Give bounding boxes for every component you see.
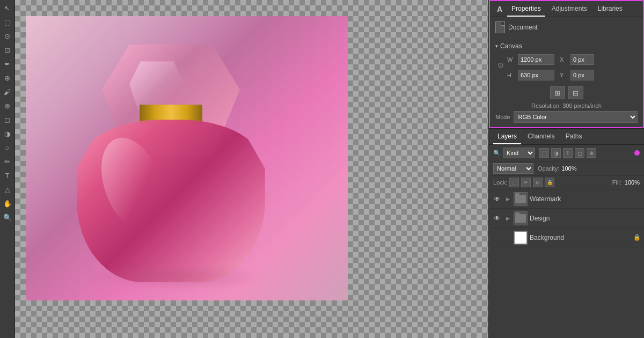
filter-icons: ⬚ ◑ T ◻ ⊛ — [539, 148, 596, 158]
tool-crop[interactable]: ⊡ — [2, 44, 13, 56]
tab-paths[interactable]: Paths — [561, 129, 587, 144]
filter-pixel-icon[interactable]: ⬚ — [539, 148, 549, 158]
filter-smart-icon[interactable]: ⊛ — [587, 148, 596, 158]
tab-adjustments[interactable]: Adjustments — [547, 2, 591, 17]
bottle-body — [77, 120, 265, 282]
resolution-label: Resolution: 300 pixels/inch — [531, 102, 602, 109]
y-label: Y — [560, 72, 568, 78]
tab-libraries[interactable]: Libraries — [594, 2, 627, 17]
mode-label: Mode — [495, 114, 510, 120]
layers-tabs: Layers Channels Paths — [489, 129, 644, 145]
fill-label: Fill: — [612, 179, 621, 186]
tool-eyedropper[interactable]: ✒ — [2, 58, 13, 70]
filter-type-icon[interactable]: T — [563, 148, 573, 158]
width-input[interactable] — [518, 54, 554, 65]
tool-zoom[interactable]: 🔍 — [2, 211, 13, 223]
filter-shape-icon[interactable]: ◻ — [575, 148, 584, 158]
layer-expand-watermark[interactable]: ▶ — [504, 195, 511, 203]
tool-hand[interactable]: ✋ — [2, 197, 13, 209]
tool-select[interactable]: ⬚ — [2, 16, 13, 28]
x-input[interactable] — [570, 54, 594, 65]
layer-name-background: Background — [530, 234, 631, 241]
folder-icon-design — [515, 214, 526, 223]
dimension-group: W X H Y — [507, 54, 638, 83]
tool-brush[interactable]: 🖌 — [2, 86, 13, 98]
character-icon: A — [494, 3, 505, 16]
tab-channels[interactable]: Channels — [523, 129, 559, 144]
layer-expand-design[interactable]: ▶ — [504, 215, 511, 222]
layer-thumb-background — [514, 231, 528, 245]
lock-artboards-button[interactable]: ⊡ — [533, 178, 543, 187]
document-frame — [26, 16, 348, 300]
width-row: W X — [507, 54, 638, 65]
lock-icons: ⬚ ✏ ⊡ 🔒 — [509, 178, 554, 187]
mode-select[interactable]: RGB Color CMYK Color Lab Color Grayscale — [514, 111, 638, 123]
opacity-value: 100% — [561, 165, 576, 172]
tool-heal[interactable]: ⊕ — [2, 72, 13, 84]
tool-eraser[interactable]: ◻ — [2, 114, 13, 126]
layers-options-row: Normal Opacity: 100% — [489, 161, 644, 176]
height-label: H — [507, 72, 516, 78]
lock-label: Lock: — [493, 179, 507, 186]
resolution-row: Resolution: 300 pixels/inch — [495, 102, 638, 109]
x-label: X — [560, 56, 568, 63]
filter-search-icon: 🔍 — [493, 149, 501, 157]
layer-expand-background — [504, 234, 511, 241]
layers-list: 👁 ▶ Watermark 👁 ▶ Design 👁 — [489, 189, 644, 338]
mode-row: Mode RGB Color CMYK Color Lab Color Gray… — [495, 111, 638, 123]
height-input[interactable] — [518, 70, 554, 80]
tool-lasso[interactable]: ⊙ — [2, 30, 13, 42]
fill-value: 100% — [625, 179, 640, 186]
properties-panel: A Properties Adjustments Libraries Docum… — [489, 0, 644, 128]
tool-dodge[interactable]: ○ — [2, 142, 13, 153]
icon-buttons-row: ⊞ ⊟ — [495, 86, 638, 99]
link-proportions-icon[interactable]: ⊙ — [495, 54, 506, 76]
layer-name-watermark: Watermark — [530, 195, 641, 203]
layer-item-background[interactable]: 👁 Background 🔒 — [489, 228, 644, 247]
perfume-bottle — [52, 45, 303, 295]
document-icon — [495, 21, 505, 33]
layer-visibility-watermark[interactable]: 👁 — [492, 194, 502, 204]
lock-all-button[interactable]: 🔒 — [545, 178, 554, 187]
canvas-collapse-arrow[interactable]: ▾ — [495, 43, 498, 49]
layer-thumb-design — [514, 211, 528, 225]
layers-panel: Layers Channels Paths 🔍 Kind ⬚ ◑ T ◻ ⊛ N… — [489, 128, 644, 338]
lock-pixels-button[interactable]: ⬚ — [509, 178, 519, 187]
tool-gradient[interactable]: ◑ — [2, 128, 13, 139]
white-thumb-background — [514, 231, 527, 244]
layer-visibility-design[interactable]: 👁 — [492, 214, 502, 223]
filter-kind-select[interactable]: Kind — [503, 148, 535, 158]
left-toolbar: ↖ ⬚ ⊙ ⊡ ✒ ⊕ 🖌 ⊛ ◻ ◑ ○ ✏ T △ ✋ 🔍 — [0, 0, 15, 338]
layer-item-watermark[interactable]: 👁 ▶ Watermark — [489, 189, 644, 209]
canvas-section-header: ▾ Canvas — [495, 42, 638, 50]
tab-layers[interactable]: Layers — [493, 129, 521, 144]
layer-thumb-watermark — [514, 192, 528, 206]
tool-shape[interactable]: △ — [2, 183, 13, 195]
filter-adjustment-icon[interactable]: ◑ — [551, 148, 561, 158]
document-row: Document — [495, 21, 638, 38]
tab-properties[interactable]: Properties — [507, 2, 545, 17]
layer-item-design[interactable]: 👁 ▶ Design — [489, 209, 644, 228]
properties-content: Document ▾ Canvas ⊙ W X H — [490, 17, 643, 127]
right-panel: A Properties Adjustments Libraries Docum… — [488, 0, 644, 338]
perfume-image — [26, 16, 348, 300]
tool-clone[interactable]: ⊛ — [2, 100, 13, 112]
lock-position-button[interactable]: ✏ — [521, 178, 531, 187]
filter-active-dot — [634, 150, 640, 156]
layers-lock-row: Lock: ⬚ ✏ ⊡ 🔒 Fill: 100% — [489, 176, 644, 189]
bottle-reflection — [89, 264, 265, 290]
tool-move[interactable]: ↖ — [2, 2, 13, 14]
width-label: W — [507, 56, 516, 63]
blend-mode-select[interactable]: Normal — [493, 163, 533, 174]
document-label: Document — [508, 24, 538, 31]
folder-icon-watermark — [515, 195, 526, 203]
canvas-area — [15, 0, 488, 338]
resize-image-button[interactable]: ⊟ — [568, 86, 583, 99]
opacity-label: Opacity: — [538, 165, 559, 172]
y-input[interactable] — [570, 70, 594, 80]
resize-canvas-button[interactable]: ⊞ — [550, 86, 565, 99]
tool-pen[interactable]: ✏ — [2, 156, 13, 167]
height-row: H Y — [507, 70, 638, 80]
tool-text[interactable]: T — [2, 170, 13, 181]
canvas-dimensions: ⊙ W X H Y — [495, 54, 638, 83]
